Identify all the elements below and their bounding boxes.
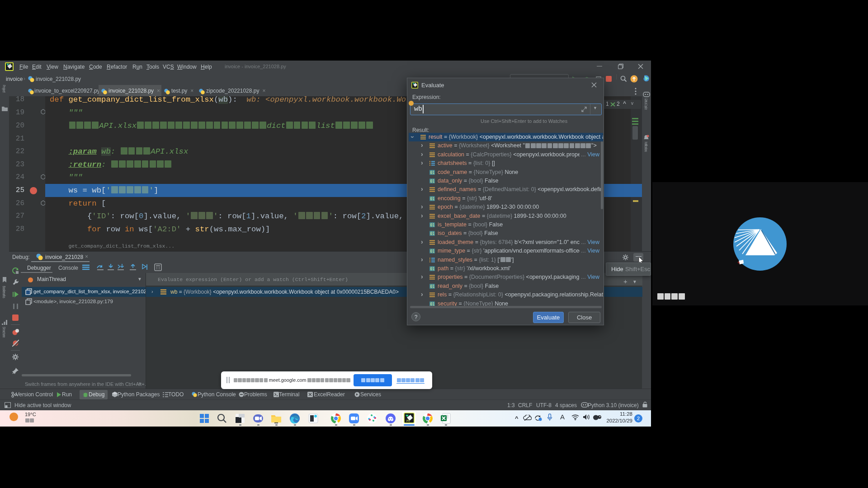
svg-text:01: 01 xyxy=(430,249,435,253)
svg-text:01: 01 xyxy=(430,170,435,174)
svg-text:01: 01 xyxy=(430,179,435,183)
svg-text:01: 01 xyxy=(430,267,435,271)
svg-text:01: 01 xyxy=(430,223,435,227)
svg-text:PC: PC xyxy=(406,419,410,423)
svg-text:01: 01 xyxy=(430,284,435,288)
svg-text:01: 01 xyxy=(430,197,435,201)
svg-text:01: 01 xyxy=(430,232,435,236)
svg-text:01: 01 xyxy=(430,302,435,306)
